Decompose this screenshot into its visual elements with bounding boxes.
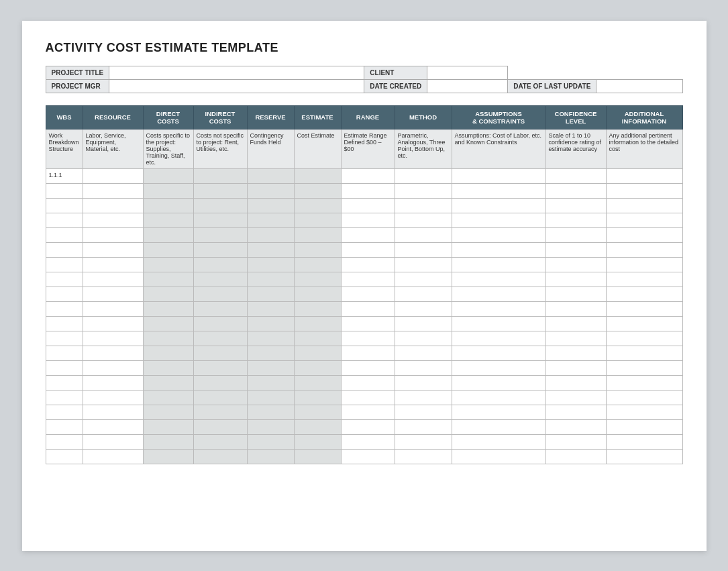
cell-confidence[interactable] — [545, 390, 606, 405]
cell-confidence[interactable] — [545, 198, 606, 213]
cell-wbs[interactable] — [46, 227, 83, 242]
cell-resource[interactable] — [83, 449, 143, 464]
cell-resource[interactable] — [83, 375, 143, 390]
cell-reserve[interactable] — [247, 449, 294, 464]
cell-assumptions[interactable] — [452, 183, 545, 198]
cell-reserve[interactable] — [247, 287, 294, 301]
cell-indirect[interactable] — [193, 405, 247, 419]
cell-range[interactable] — [341, 257, 395, 272]
cell-estimate[interactable] — [294, 242, 341, 257]
cell-range[interactable] — [341, 213, 395, 227]
cell-confidence[interactable] — [545, 449, 606, 464]
cell-range[interactable] — [341, 272, 395, 287]
date-last-update-value[interactable] — [596, 79, 682, 93]
cell-additional[interactable] — [606, 360, 682, 375]
cell-estimate[interactable] — [294, 360, 341, 375]
cell-resource[interactable] — [83, 419, 143, 434]
cell-assumptions[interactable] — [452, 419, 545, 434]
cell-indirect[interactable] — [193, 227, 247, 242]
cell-range[interactable] — [341, 227, 395, 242]
cell-range[interactable] — [341, 301, 395, 316]
cell-indirect[interactable] — [193, 257, 247, 272]
cell-method[interactable] — [395, 242, 452, 257]
cell-resource[interactable] — [83, 287, 143, 301]
cell-assumptions[interactable] — [452, 242, 545, 257]
cell-resource[interactable] — [83, 183, 143, 198]
cell-additional[interactable] — [606, 419, 682, 434]
cell-estimate[interactable] — [294, 168, 341, 183]
cell-method[interactable] — [395, 419, 452, 434]
cell-method[interactable] — [395, 257, 452, 272]
cell-resource[interactable] — [83, 390, 143, 405]
cell-indirect[interactable] — [193, 272, 247, 287]
cell-indirect[interactable] — [193, 360, 247, 375]
cell-assumptions[interactable] — [452, 449, 545, 464]
cell-direct[interactable] — [143, 287, 193, 301]
cell-reserve[interactable] — [247, 405, 294, 419]
cell-reserve[interactable] — [247, 419, 294, 434]
cell-assumptions[interactable] — [452, 405, 545, 419]
cell-resource[interactable] — [83, 405, 143, 419]
cell-method[interactable] — [395, 331, 452, 346]
cell-assumptions[interactable] — [452, 168, 545, 183]
cell-resource[interactable] — [83, 301, 143, 316]
cell-confidence[interactable] — [545, 272, 606, 287]
cell-additional[interactable] — [606, 375, 682, 390]
cell-resource[interactable] — [83, 316, 143, 331]
cell-indirect[interactable] — [193, 390, 247, 405]
cell-assumptions[interactable] — [452, 301, 545, 316]
cell-estimate[interactable] — [294, 331, 341, 346]
cell-range[interactable] — [341, 375, 395, 390]
cell-additional[interactable] — [606, 405, 682, 419]
cell-direct[interactable] — [143, 301, 193, 316]
cell-wbs[interactable] — [46, 242, 83, 257]
cell-direct[interactable] — [143, 449, 193, 464]
cell-wbs[interactable] — [46, 360, 83, 375]
cell-direct[interactable] — [143, 272, 193, 287]
cell-wbs[interactable] — [46, 198, 83, 213]
cell-indirect[interactable] — [193, 213, 247, 227]
cell-method[interactable] — [395, 434, 452, 449]
cell-reserve[interactable] — [247, 183, 294, 198]
cell-estimate[interactable] — [294, 213, 341, 227]
cell-resource[interactable] — [83, 360, 143, 375]
cell-estimate[interactable] — [294, 346, 341, 360]
cell-reserve[interactable] — [247, 213, 294, 227]
cell-wbs[interactable] — [46, 287, 83, 301]
cell-estimate[interactable] — [294, 390, 341, 405]
cell-confidence[interactable] — [545, 419, 606, 434]
cell-method[interactable] — [395, 213, 452, 227]
cell-range[interactable] — [341, 449, 395, 464]
cell-confidence[interactable] — [545, 331, 606, 346]
cell-direct[interactable] — [143, 183, 193, 198]
cell-assumptions[interactable] — [452, 390, 545, 405]
cell-wbs[interactable] — [46, 183, 83, 198]
cell-indirect[interactable] — [193, 316, 247, 331]
cell-direct[interactable] — [143, 227, 193, 242]
cell-resource[interactable] — [83, 346, 143, 360]
cell-indirect[interactable] — [193, 301, 247, 316]
cell-additional[interactable] — [606, 449, 682, 464]
cell-confidence[interactable] — [545, 242, 606, 257]
cell-reserve[interactable] — [247, 168, 294, 183]
cell-wbs[interactable]: 1.1.1 — [46, 168, 83, 183]
cell-range[interactable] — [341, 168, 395, 183]
cell-estimate[interactable] — [294, 287, 341, 301]
cell-assumptions[interactable] — [452, 287, 545, 301]
cell-indirect[interactable] — [193, 331, 247, 346]
cell-method[interactable] — [395, 287, 452, 301]
cell-direct[interactable] — [143, 242, 193, 257]
cell-resource[interactable] — [83, 198, 143, 213]
cell-additional[interactable] — [606, 168, 682, 183]
cell-wbs[interactable] — [46, 419, 83, 434]
cell-range[interactable] — [341, 331, 395, 346]
cell-confidence[interactable] — [545, 301, 606, 316]
cell-assumptions[interactable] — [452, 316, 545, 331]
client-value[interactable] — [427, 66, 508, 79]
cell-direct[interactable] — [143, 419, 193, 434]
cell-method[interactable] — [395, 316, 452, 331]
cell-confidence[interactable] — [545, 213, 606, 227]
cell-reserve[interactable] — [247, 242, 294, 257]
cell-range[interactable] — [341, 405, 395, 419]
cell-confidence[interactable] — [545, 287, 606, 301]
